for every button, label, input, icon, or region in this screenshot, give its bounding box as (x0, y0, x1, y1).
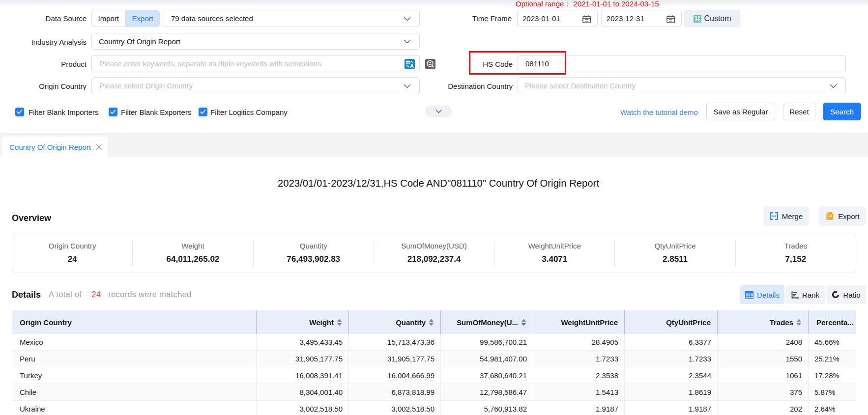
svg-text:A: A (410, 63, 414, 69)
